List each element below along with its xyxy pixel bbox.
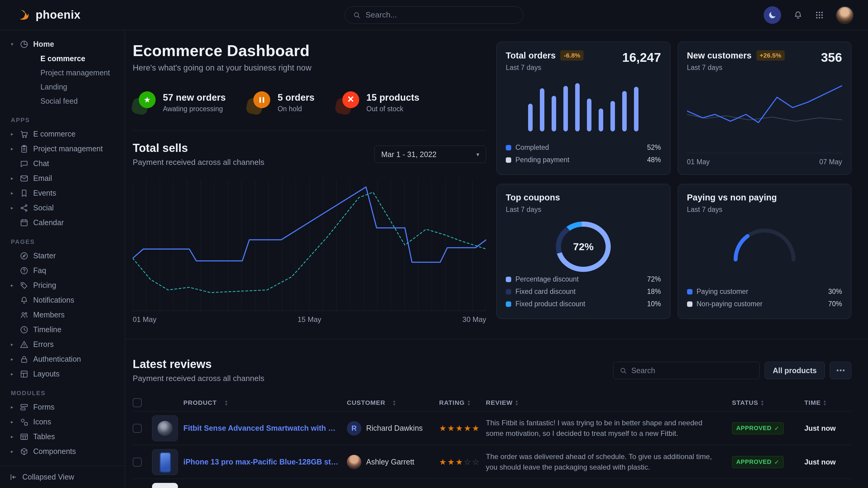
chevron-right-icon: ▸ <box>9 146 15 152</box>
sidebar-item-project-management[interactable]: Project management <box>9 66 118 80</box>
x-axis-label: 30 May <box>462 315 486 324</box>
legend-item: Non-paying customer70% <box>687 298 842 310</box>
topbar-search[interactable] <box>345 6 523 24</box>
sidebar-item-e-commerce[interactable]: ▸E commerce <box>9 127 118 141</box>
stat-on-hold: 5 ordersOn hold <box>247 91 314 113</box>
all-products-button[interactable]: All products <box>765 362 825 379</box>
date-range-select[interactable]: Mar 1 - 31, 2022 ▾ <box>374 145 486 163</box>
table-header-row: PRODUCT▴▾CUSTOMER▴▾RATING▴▾REVIEW▴▾STATU… <box>133 394 851 412</box>
card-value: 356 <box>821 50 842 65</box>
sidebar-item-forms[interactable]: ▸Forms <box>9 400 118 415</box>
paying-card: Paying vs non paying Last 7 days Paying … <box>678 184 852 319</box>
column-header-status[interactable]: STATUS▴▾ <box>732 399 804 406</box>
theme-toggle-button[interactable] <box>764 6 781 24</box>
total-sells-subtitle: Payment received across all channels <box>133 158 264 167</box>
legend-item: Completed52% <box>506 141 661 154</box>
card-title: Paying vs non paying <box>687 193 777 202</box>
puzzle-icon <box>20 447 29 456</box>
bookmark-icon <box>20 189 29 198</box>
sidebar-section-title: APPS <box>11 117 118 124</box>
sidebar-item-components[interactable]: ▸Components <box>9 444 118 459</box>
reviews-subtitle: Payment received across all channels <box>133 374 264 383</box>
pie-icon <box>20 40 29 49</box>
row-checkbox[interactable] <box>133 458 142 466</box>
search-icon <box>353 11 361 19</box>
star-icon: ★ <box>439 423 447 433</box>
star-icon: ★ <box>456 423 464 433</box>
collapsed-view-toggle[interactable]: Collapsed View <box>0 466 125 488</box>
sidebar-item-timeline[interactable]: Timeline <box>9 322 118 337</box>
table-row: Fitbit Sense Advanced Smartwatch with To… <box>133 412 851 445</box>
reviews-search-input[interactable] <box>631 366 753 375</box>
column-header-rating[interactable]: RATING▴▾ <box>439 399 486 406</box>
clock-icon <box>20 325 29 334</box>
card-period: Last 7 days <box>687 205 777 214</box>
select-all-checkbox[interactable] <box>133 398 142 407</box>
product-link[interactable]: iPhone 13 pro max-Pacific Blue-128GB sto… <box>183 458 340 466</box>
sidebar-item-email[interactable]: ▸Email <box>9 171 118 186</box>
tag-icon <box>20 281 29 290</box>
star-icon: ★ <box>439 457 447 467</box>
sidebar-item-events[interactable]: ▸Events <box>9 186 118 200</box>
notifications-bell-icon[interactable] <box>793 10 803 20</box>
app-grid-icon[interactable] <box>815 10 824 20</box>
sidebar-item-chat[interactable]: Chat <box>9 156 118 171</box>
total-sells-title: Total sells <box>133 142 264 155</box>
customer-name: Ashley Garrett <box>366 458 414 466</box>
cart-icon <box>20 130 29 139</box>
user-avatar[interactable] <box>836 6 854 24</box>
sidebar-item-home[interactable]: ▾Home <box>9 37 118 52</box>
sort-icon: ▴▾ <box>225 399 228 406</box>
sidebar-item-starter[interactable]: Starter <box>9 248 118 263</box>
shapes-icon <box>20 418 29 426</box>
search-input[interactable] <box>366 10 515 20</box>
star-icon: ★ <box>139 91 156 108</box>
sidebar-item-layouts[interactable]: ▸Layouts <box>9 366 118 381</box>
sidebar-item-icons[interactable]: ▸Icons <box>9 415 118 429</box>
chevron-right-icon: ▸ <box>9 131 15 137</box>
sidebar-item-faq[interactable]: Faq <box>9 263 118 278</box>
total-sells-x-axis: 01 May15 May30 May <box>133 315 486 324</box>
alert-icon <box>20 340 29 349</box>
chevron-down-icon: ▾ <box>476 151 479 158</box>
sidebar-item-social-feed[interactable]: Social feed <box>9 94 118 108</box>
column-header-review[interactable]: REVIEW▴▾ <box>486 399 732 406</box>
clipboard-icon <box>20 144 29 154</box>
star-icon: ☆ <box>464 457 472 467</box>
sidebar-item-errors[interactable]: ▸Errors <box>9 337 118 352</box>
collapse-icon <box>9 473 18 481</box>
date-range-value: Mar 1 - 31, 2022 <box>381 150 436 159</box>
status-badge: APPROVED ✓ <box>732 456 783 468</box>
more-options-button[interactable]: ⋯ <box>830 362 851 379</box>
column-header-customer[interactable]: CUSTOMER▴▾ <box>347 399 439 406</box>
sidebar-item-calendar[interactable]: Calendar <box>9 215 118 230</box>
chat-icon <box>20 159 29 168</box>
moon-icon <box>768 10 777 20</box>
sidebar-item-notifications[interactable]: Notifications <box>9 293 118 307</box>
sidebar-item-project-management[interactable]: ▸Project management <box>9 141 118 156</box>
sidebar-item-tables[interactable]: ▸Tables <box>9 429 118 444</box>
product-link[interactable]: Fitbit Sense Advanced Smartwatch with To… <box>183 424 340 432</box>
sidebar-item-e-commerce[interactable]: E commerce <box>9 52 118 66</box>
x-icon: × <box>342 91 359 108</box>
star-icon: ★ <box>464 423 472 433</box>
sidebar: ▾HomeE commerceProject managementLanding… <box>0 30 125 488</box>
sidebar-item-members[interactable]: Members <box>9 307 118 322</box>
row-checkbox[interactable] <box>133 424 142 433</box>
column-header-time[interactable]: TIME▴▾ <box>804 399 851 406</box>
bar <box>540 88 545 131</box>
bar <box>528 104 533 131</box>
sidebar-item-authentication[interactable]: ▸Authentication <box>9 352 118 366</box>
reviews-search[interactable] <box>613 362 760 379</box>
customer-name: Richard Dawkins <box>366 424 423 432</box>
brand[interactable]: phoenix <box>17 8 81 22</box>
sidebar-item-social[interactable]: ▸Social <box>9 200 118 215</box>
stat-awating-processing: ★57 new ordersAwating processing <box>133 91 226 113</box>
legend-item: Fixed product discount10% <box>506 298 661 310</box>
sidebar-item-landing[interactable]: Landing <box>9 80 118 94</box>
card-period: Last 7 days <box>687 64 785 72</box>
column-header-product[interactable]: PRODUCT▴▾ <box>152 399 347 406</box>
coupons-legend: Percentage discount72%Fixed card discoun… <box>506 273 661 310</box>
legend-item: Pending payment48% <box>506 154 661 166</box>
sidebar-item-pricing[interactable]: ▸Pricing <box>9 278 118 293</box>
